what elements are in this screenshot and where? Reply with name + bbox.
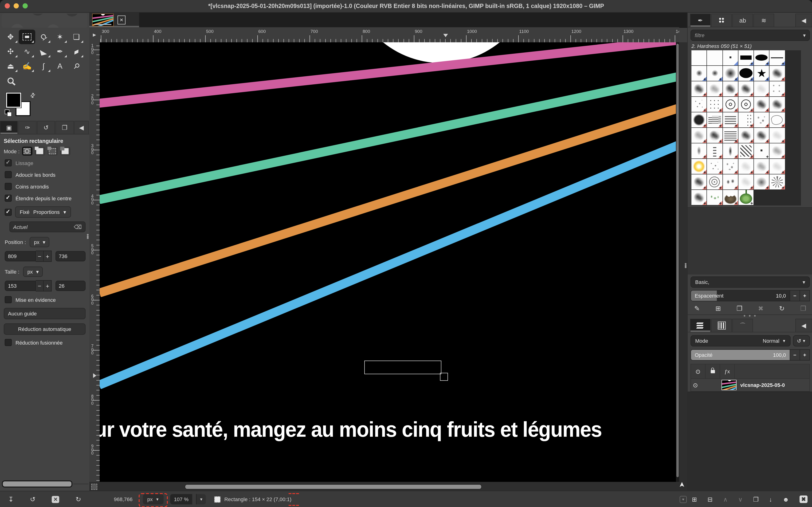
checkbox-adoucir-les-bords[interactable] <box>5 171 12 178</box>
brush-thumbnail[interactable]: + <box>754 144 769 158</box>
reset-options-icon[interactable]: ↻ <box>76 496 81 503</box>
image-canvas[interactable]: Pour votre santé, mangez au moins cinq f… <box>100 42 679 482</box>
brush-thumbnail[interactable]: + <box>723 128 738 143</box>
free-select-tool-icon[interactable]: Ω <box>35 30 52 44</box>
brush-thumbnail[interactable]: + <box>739 112 754 127</box>
brush-thumbnail[interactable]: + <box>691 174 707 189</box>
brush-thumbnail[interactable]: + <box>754 159 769 174</box>
brush-filter-input[interactable]: filtre ▾ <box>691 30 810 41</box>
tab-tool-options[interactable]: ▣ <box>0 121 18 134</box>
restore-preset-icon[interactable]: ↺ <box>30 496 36 503</box>
checkbox-coins-arrondis[interactable] <box>5 183 12 190</box>
brush-thumbnail[interactable]: + <box>739 50 754 65</box>
brush-thumbnail[interactable]: + <box>754 81 769 96</box>
paths-tool-icon[interactable]: ∫ <box>35 59 52 73</box>
brush-thumbnail[interactable]: + <box>723 81 738 96</box>
ruler-origin-button[interactable]: ▶ <box>89 27 100 43</box>
brush-thumbnail[interactable]: + <box>770 97 785 112</box>
clone-tool-icon[interactable]: ⏏ <box>2 59 19 73</box>
brush-thumbnail[interactable]: + <box>770 174 785 189</box>
tab-patterns[interactable] <box>711 14 732 27</box>
panel-resize-handle[interactable]: ●●● <box>684 263 686 268</box>
panel-resize-handle[interactable]: ●●● <box>86 234 89 239</box>
new-layer-group-icon[interactable]: ⊟ <box>707 496 712 503</box>
highlight-checkbox[interactable] <box>5 296 12 303</box>
tab-layers[interactable] <box>690 319 711 332</box>
smudge-tool-icon[interactable]: ✍ <box>19 59 35 73</box>
brush-thumbnail[interactable]: + <box>770 50 785 65</box>
brush-thumbnail[interactable]: + <box>739 159 754 174</box>
warp-transform-tool-icon[interactable]: ∿ <box>19 44 35 59</box>
crop-tool-icon[interactable]: ❏ <box>68 30 84 44</box>
position-stepper[interactable]: −+ <box>36 250 52 262</box>
brush-thumbnail[interactable]: + <box>723 190 738 205</box>
brush-thumbnail[interactable]: + <box>691 128 707 143</box>
duplicate-layer-icon[interactable]: ❐ <box>753 496 758 503</box>
move-tool-icon[interactable]: ✥ <box>2 30 19 44</box>
quick-mask-toggle[interactable] <box>91 484 97 490</box>
brush-thumbnail[interactable]: + <box>739 81 754 96</box>
brush-thumbnail[interactable]: + <box>723 112 738 127</box>
new-layer-icon[interactable]: ⊞ <box>692 496 697 503</box>
brush-thumbnail[interactable]: + <box>707 159 722 174</box>
delete-brush-icon[interactable]: ✖ <box>758 304 763 312</box>
collapse-dock-icon[interactable]: ◀ <box>74 121 89 134</box>
heart-icon[interactable]: ♥ <box>680 496 687 503</box>
lock-column-header[interactable] <box>705 364 720 379</box>
brush-thumbnail[interactable]: + <box>723 97 738 112</box>
brush-thumbnail[interactable]: + <box>723 66 738 81</box>
brush-thumbnail[interactable]: + <box>739 97 754 112</box>
foreground-color-swatch[interactable] <box>6 93 21 108</box>
open-brush-icon[interactable]: ❒ <box>800 304 806 312</box>
collapse-dock-icon[interactable]: ◀ <box>795 14 812 27</box>
text-tool-icon[interactable]: A <box>52 59 68 73</box>
horizontal-ruler[interactable]: 3004005006007008009001000110012001300140… <box>100 27 679 43</box>
brush-thumbnail[interactable]: + <box>691 97 707 112</box>
tab-brushes[interactable]: ✒ <box>690 14 711 27</box>
brush-thumbnail[interactable]: + <box>770 128 785 143</box>
position-x-field[interactable]: 809 <box>5 251 36 261</box>
brush-thumbnail[interactable]: + <box>723 144 738 158</box>
size-unit-dropdown[interactable]: px ▾ <box>23 267 43 277</box>
brush-thumbnail[interactable]: + <box>707 112 722 127</box>
raise-layer-icon[interactable]: ∧ <box>723 496 728 503</box>
brush-thumbnail[interactable]: + <box>707 174 722 189</box>
swap-colors-icon[interactable]: ⇄ <box>28 91 37 100</box>
duplicate-brush-icon[interactable]: ❐ <box>737 304 743 312</box>
fuzzy-select-tool-icon[interactable]: ✶ <box>52 30 68 44</box>
minimize-window-button[interactable] <box>14 3 19 8</box>
brush-thumbnail[interactable]: + <box>754 112 769 127</box>
brush-thumbnail[interactable]: + <box>691 66 707 81</box>
layer-row[interactable]: ⊙ vlcsnap-2025-05-0 <box>691 379 810 392</box>
aspect-ratio-input[interactable]: Actuel ⌫ <box>9 221 85 232</box>
mode-intersect-button[interactable] <box>60 147 70 156</box>
tab-device-status[interactable]: ✑ <box>18 121 37 134</box>
zoom-dropdown-icon[interactable]: ▼ <box>196 494 206 504</box>
clear-field-icon[interactable]: ⌫ <box>74 224 82 230</box>
mode-add-button[interactable] <box>35 147 45 156</box>
tab-fonts[interactable]: ab <box>732 14 753 27</box>
edit-brush-icon[interactable]: ✎ <box>694 304 700 312</box>
brush-thumbnail[interactable]: + <box>707 81 722 96</box>
tab-images[interactable]: ❐ <box>55 121 73 134</box>
brush-thumbnail[interactable]: + <box>770 144 785 158</box>
brush-thumbnail[interactable]: + <box>691 112 707 127</box>
brush-thumbnail[interactable] <box>723 50 738 65</box>
layer-mode-reset-button[interactable]: ↺▼ <box>793 335 810 346</box>
vertical-scrollbar[interactable] <box>676 42 679 482</box>
brush-thumbnail[interactable]: + <box>739 190 754 205</box>
shrink-merged-checkbox[interactable] <box>5 339 12 346</box>
image-tab[interactable]: ✕ <box>89 13 139 27</box>
position-y-field[interactable]: 736 <box>55 251 85 261</box>
delete-layer-icon[interactable]: ✖ <box>800 496 808 503</box>
color-picker-tool-icon[interactable]: ⚲ <box>68 59 84 73</box>
checkbox-lissage[interactable] <box>5 159 12 166</box>
brush-thumbnail[interactable]: + <box>707 190 722 205</box>
brush-thumbnail[interactable]: ★+ <box>754 66 769 81</box>
brush-thumbnail[interactable] <box>691 50 707 65</box>
position-unit-dropdown[interactable]: px ▾ <box>30 237 50 247</box>
brush-thumbnail[interactable]: + <box>707 66 722 81</box>
brush-thumbnail[interactable]: + <box>691 190 707 205</box>
delete-preset-icon[interactable]: ✕ <box>52 496 59 503</box>
brush-thumbnail[interactable]: + <box>754 128 769 143</box>
